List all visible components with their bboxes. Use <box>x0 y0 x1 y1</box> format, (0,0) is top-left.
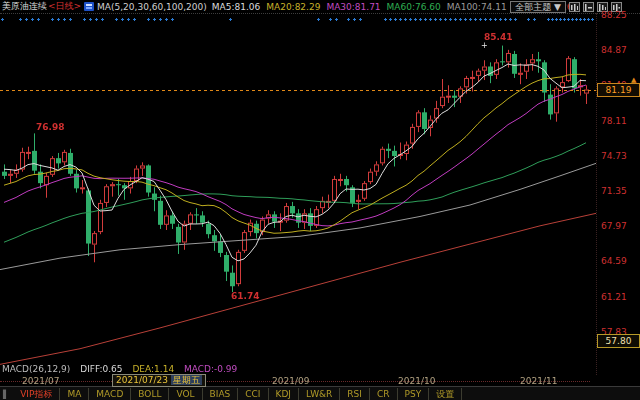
toolbar-item-vol[interactable]: VOL <box>169 388 202 400</box>
chart-pane[interactable]: 76.9861.7485.41 + <box>0 13 640 376</box>
macd-diff-value: DIFF:0.65 <box>80 364 122 374</box>
price-extreme-label: 85.41 <box>484 32 512 42</box>
toolbar-item-ma[interactable]: MA <box>60 388 89 400</box>
price-axis-label: 84.87 <box>601 45 627 55</box>
ma-value-label: MA30:81.71 <box>326 2 380 12</box>
time-axis-label: 2021/07 <box>22 376 59 386</box>
theme-dropdown-label: 全部主题 <box>515 2 551 12</box>
crosshair-weekday: 星期五 <box>171 375 202 385</box>
price-axis-label: 74.73 <box>601 151 627 161</box>
candlestick-chart[interactable] <box>0 14 596 376</box>
toolbar-item-cr[interactable]: CR <box>370 388 398 400</box>
price-axis-label: 71.35 <box>601 186 627 196</box>
chevron-down-icon: ▼ <box>554 2 561 12</box>
chart-layout-button-2[interactable] <box>583 2 594 12</box>
toolbar-grip-icon: ▌ <box>3 390 9 399</box>
symbol-name[interactable]: 美原油连续 <box>2 0 47 13</box>
indicator-grid-icon[interactable] <box>84 2 94 11</box>
chart-layout-button-1[interactable] <box>569 2 580 12</box>
price-axis: 88.2584.8781.4978.1174.7371.3567.9764.59… <box>596 13 640 375</box>
toolbar-item-psy[interactable]: PSY <box>398 388 430 400</box>
price-axis-label: 78.11 <box>601 116 627 126</box>
toolbar-item-kdj[interactable]: KDJ <box>269 388 300 400</box>
toolbar-item-[interactable]: 设置 <box>429 388 462 400</box>
toolbar-item-bias[interactable]: BIAS <box>203 388 239 400</box>
chart-header: 美原油连续<日线>MA(5,20,30,60,100,200) MA5:81.0… <box>0 0 640 13</box>
price-axis-label: 61.21 <box>601 292 627 302</box>
price-axis-label: 88.25 <box>601 10 627 20</box>
price-extreme-label: 76.98 <box>36 122 64 132</box>
indicator-toolbar: ▌ VIP指标MAMACDBOLLVOLBIASCCIKDJLW&RRSICRP… <box>0 386 640 400</box>
theme-dropdown[interactable]: 全部主题 ▼ <box>510 1 566 13</box>
toolbar-item-cci[interactable]: CCI <box>238 388 268 400</box>
ma-value-label: MA100:74.11 <box>447 2 507 12</box>
period-label[interactable]: <日线> <box>48 0 81 13</box>
toolbar-item-boll[interactable]: BOLL <box>131 388 169 400</box>
crosshair-date: 2021/07/23 <box>116 375 168 385</box>
toolbar-item-rsi[interactable]: RSI <box>340 388 370 400</box>
toolbar-item-macd[interactable]: MACD <box>89 388 131 400</box>
price-extreme-label: 61.74 <box>231 291 259 301</box>
ma-settings-label: MA(5,20,30,60,100,200) <box>97 2 207 12</box>
price-axis-label: 64.59 <box>601 256 627 266</box>
high-point-marker: + <box>481 41 488 50</box>
toolbar-item-lwr[interactable]: LW&R <box>299 388 340 400</box>
crosshair-date-tooltip: 2021/07/23星期五 <box>112 374 206 387</box>
time-axis-label: 2021/10 <box>398 376 435 386</box>
ma-value-label: MA20:82.29 <box>266 2 320 12</box>
toolbar-item-vip[interactable]: VIP指标 <box>13 388 60 400</box>
trading-app-window: 美原油连续<日线>MA(5,20,30,60,100,200) MA5:81.0… <box>0 0 640 400</box>
current-price-tag: 81.19 <box>597 83 640 97</box>
lower-price-tag: 57.80 <box>597 334 640 348</box>
macd-value: MACD:-0.99 <box>184 364 237 374</box>
ma-value-label: MA60:76.60 <box>387 2 441 12</box>
macd-title: MACD(26,12,9) <box>2 364 70 374</box>
macd-dea-value: DEA:1.14 <box>132 364 174 374</box>
ma-value-label: MA5:81.06 <box>212 2 260 12</box>
price-axis-label: 67.97 <box>601 221 627 231</box>
time-axis: 2021/072021/092021/102021/11 2021/07/23星… <box>0 375 640 386</box>
time-axis-label: 2021/09 <box>272 376 309 386</box>
time-axis-label: 2021/11 <box>520 376 557 386</box>
